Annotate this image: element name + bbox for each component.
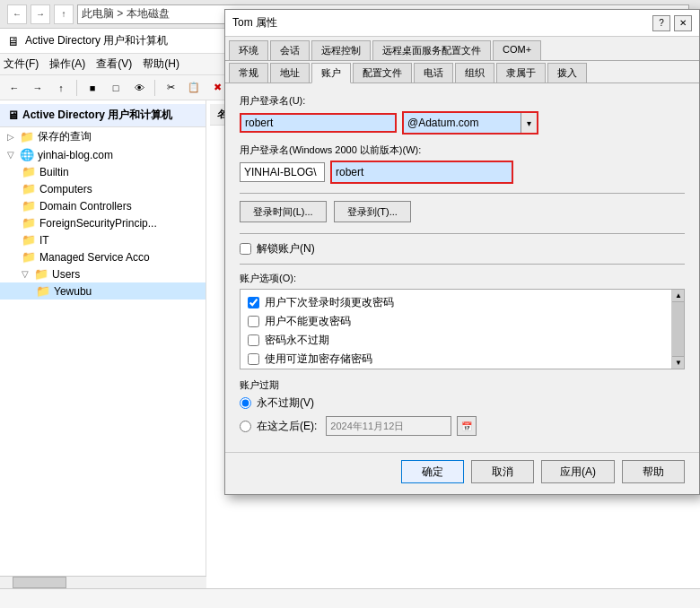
scroll-up-arrow[interactable]: ▲ [672, 290, 685, 302]
account-options-box: 用户下次登录时须更改密码 用户不能更改密码 密码永不过期 使用可逆加密存储密码 … [240, 289, 685, 369]
toolbar-btn1[interactable]: ■ [82, 78, 103, 98]
tab-account[interactable]: 账户 [311, 63, 351, 83]
forward-button[interactable]: → [31, 4, 50, 24]
option-checkbox-1[interactable] [248, 316, 259, 327]
unlock-account-row: 解锁账户(N) [240, 241, 685, 256]
option-row-1: 用户不能更改密码 [248, 314, 666, 329]
tree-item-it[interactable]: 📁 IT [0, 231, 206, 248]
tree-label-users: Users [52, 268, 80, 281]
legacy-account-input[interactable] [332, 162, 512, 182]
address-text: 此电脑 > 本地磁盘 [82, 6, 170, 22]
apply-button[interactable]: 应用(A) [541, 460, 615, 483]
expand-icon-users: ▽ [22, 269, 31, 279]
toolbar-forward[interactable]: → [27, 78, 48, 98]
menu-file[interactable]: 文件(F) [4, 56, 39, 72]
expire-never-radio[interactable] [240, 397, 251, 409]
tree-item-yewubu[interactable]: 📁 Yewubu [0, 282, 206, 300]
tree-label-msa: Managed Service Acco [39, 251, 150, 264]
scroll-down-arrow[interactable]: ▼ [672, 356, 685, 369]
username-input[interactable] [240, 113, 397, 133]
cancel-button[interactable]: 取消 [471, 460, 534, 483]
tree-item-domain[interactable]: ▽ 🌐 yinhai-blog.com [0, 146, 206, 163]
explorer-nav: ← → ↑ [7, 4, 74, 24]
tab-environment[interactable]: 环境 [229, 40, 268, 60]
dialog-content: 用户登录名(U): @Adatum.com ▾ 用户登录名(Windows 20… [225, 83, 699, 452]
tree-label-yewubu: Yewubu [54, 285, 92, 298]
expire-never-row: 永不过期(V) [240, 395, 685, 411]
menu-view[interactable]: 查看(V) [96, 56, 132, 72]
tree-item-saved-queries[interactable]: ▷ 📁 保存的查询 [0, 127, 206, 146]
domain-combo: @Adatum.com ▾ [402, 111, 538, 135]
logon-hours-button[interactable]: 登录时间(L)... [240, 201, 327, 222]
expire-after-label: 在这之后(E): [257, 419, 317, 434]
menu-help[interactable]: 帮助(H) [143, 56, 179, 72]
option-checkbox-2[interactable] [248, 334, 259, 346]
toolbar-btn5[interactable]: 📋 [183, 78, 205, 98]
ok-button[interactable]: 确定 [401, 460, 464, 483]
option-checkbox-0[interactable] [248, 297, 259, 308]
option-checkbox-3[interactable] [248, 353, 259, 365]
expire-label: 账户过期 [240, 378, 685, 392]
toolbar-back[interactable]: ← [4, 78, 25, 98]
tree-item-fsp[interactable]: 📁 ForeignSecurityPrincip... [0, 214, 206, 231]
tree-item-builtin[interactable]: 📁 Builtin [0, 163, 206, 180]
domain-dropdown-arrow[interactable]: ▾ [521, 113, 537, 133]
expire-after-radio[interactable] [240, 421, 251, 432]
back-button[interactable]: ← [7, 4, 27, 24]
unlock-account-checkbox[interactable] [240, 243, 251, 255]
expand-icon-domain: ▽ [7, 150, 16, 160]
tree-item-dc[interactable]: 📁 Domain Controllers [0, 197, 206, 214]
tree-item-computers[interactable]: 📁 Computers [0, 180, 206, 197]
tab-remote-control[interactable]: 远程控制 [311, 40, 371, 60]
toolbar-up[interactable]: ↑ [50, 78, 72, 98]
calendar-button[interactable]: 📅 [457, 416, 477, 436]
toolbar-btn2[interactable]: □ [105, 78, 127, 98]
tree-item-users[interactable]: ▽ 📁 Users [0, 265, 206, 282]
account-options-list: 用户下次登录时须更改密码 用户不能更改密码 密码永不过期 使用可逆加密存储密码 [241, 290, 684, 369]
status-bar [0, 588, 700, 608]
folder-builtin: 📁 [22, 165, 36, 178]
expire-date-input[interactable] [326, 416, 451, 436]
menu-action[interactable]: 操作(A) [49, 56, 85, 72]
up-button[interactable]: ↑ [54, 4, 74, 24]
legacy-prefix-input[interactable] [240, 162, 325, 182]
logon-to-button[interactable]: 登录到(T)... [334, 201, 411, 222]
folder-msa: 📁 [22, 250, 36, 264]
tree-label-dc: Domain Controllers [39, 200, 132, 213]
user-logon-row: @Adatum.com ▾ [240, 111, 685, 135]
expire-section: 账户过期 永不过期(V) 在这之后(E): 📅 [240, 378, 685, 436]
tab-member-of[interactable]: 隶属于 [496, 63, 546, 83]
tab-bar-2: 常规 地址 账户 配置文件 电话 组织 隶属于 拨入 [225, 61, 699, 83]
tab-address[interactable]: 地址 [270, 63, 310, 83]
legacy-logon-label: 用户登录名(Windows 2000 以前版本)(W): [240, 143, 685, 157]
tab-bar: 环境 会话 远程控制 远程桌面服务配置文件 COM+ [225, 37, 699, 61]
toolbar-btn3[interactable]: 👁 [128, 78, 150, 98]
divider-3 [240, 264, 685, 265]
tree-hscroll[interactable] [0, 576, 206, 588]
option-label-3: 使用可逆加密存储密码 [265, 352, 372, 367]
help-button[interactable]: ? [652, 15, 670, 31]
tree-label-computers: Computers [39, 183, 92, 195]
tab-rds-profile[interactable]: 远程桌面服务配置文件 [372, 40, 491, 60]
help-footer-button[interactable]: 帮助 [622, 460, 685, 483]
tab-org[interactable]: 组织 [455, 63, 494, 83]
tab-profile[interactable]: 配置文件 [353, 63, 412, 83]
folder-dc: 📁 [22, 199, 36, 213]
tab-dialin[interactable]: 拨入 [547, 63, 587, 83]
toolbar-btn4[interactable]: ✂ [160, 78, 181, 98]
tab-session[interactable]: 会话 [270, 40, 310, 60]
tree-item-msa[interactable]: 📁 Managed Service Acco [0, 248, 206, 265]
option-label-2: 密码永不过期 [265, 333, 329, 348]
dialog-title: Tom 属性 [232, 15, 277, 30]
tab-phone[interactable]: 电话 [414, 63, 453, 83]
user-logon-label: 用户登录名(U): [240, 94, 685, 108]
tab-general[interactable]: 常规 [229, 63, 268, 83]
tree-label-fsp: ForeignSecurityPrincip... [39, 217, 157, 230]
tab-com[interactable]: COM+ [493, 40, 541, 60]
unlock-account-label: 解锁账户(N) [257, 241, 315, 256]
legacy-logon-row [240, 161, 685, 184]
close-button[interactable]: ✕ [674, 15, 692, 31]
option-row-0: 用户下次登录时须更改密码 [248, 295, 666, 310]
options-scrollbar[interactable]: ▲ ▼ [671, 290, 684, 369]
dialog-controls: ? ✕ [652, 15, 692, 31]
